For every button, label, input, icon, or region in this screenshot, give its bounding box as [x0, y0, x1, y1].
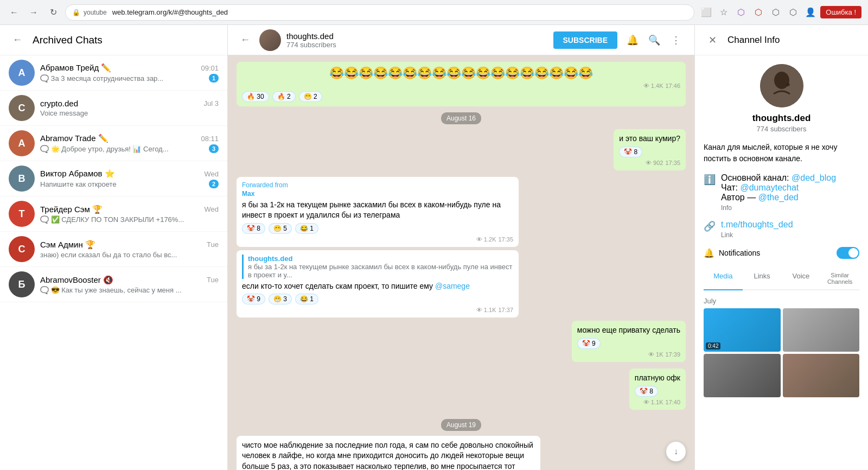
- quote-channel-name: thoughts.ded: [248, 255, 513, 263]
- chat-name-viktor-abramov: Виктор Абрамов ⭐: [40, 169, 115, 179]
- search-button[interactable]: 🔍: [644, 30, 664, 50]
- message-big: чисто мое наблюдение за последние пол го…: [237, 436, 540, 470]
- tab-similar[interactable]: Similar Channels: [820, 268, 859, 290]
- chat-label: Чат:: [721, 183, 738, 192]
- r-clown9b[interactable]: 🤡 9: [577, 338, 601, 349]
- chat-name-sem-admin: Сэм Админ 🏆: [40, 240, 95, 250]
- chat-info-viktor-abramov: Виктор Абрамов ⭐ Wed Напишите как открое…: [40, 169, 219, 188]
- msg-privatka-time: 17:39: [665, 351, 680, 358]
- chat-link[interactable]: @dumaytechat: [740, 183, 799, 192]
- chat-info-abramovbooster: AbramovBooster 🔇 Tue 🗨️ 😎 Как ты уже зна…: [40, 275, 219, 294]
- r-laugh1[interactable]: 😂 1: [295, 223, 318, 234]
- msg-samege-wrapper: thoughts.ded я бы за 1-2к на текущем рын…: [237, 250, 686, 318]
- reaction-clown8[interactable]: 🤡 8: [619, 147, 642, 157]
- message-samege: thoughts.ded я бы за 1-2к на текущем рын…: [237, 250, 519, 318]
- chat-avatar-sem-admin: С: [9, 236, 35, 262]
- chat-item-abramov-trade[interactable]: A Abramov Trade ✏️ 08:11 🗨️ 🌟 Доброе утр…: [0, 126, 227, 161]
- author-link[interactable]: @the_ded: [758, 193, 799, 202]
- error-button[interactable]: Ошибка !: [820, 6, 861, 18]
- archived-back-button[interactable]: ←: [9, 31, 26, 49]
- media-thumb-2[interactable]: [783, 308, 860, 352]
- msg-views: 👁 1.4K: [643, 82, 663, 89]
- archived-header: ← Archived Chats: [0, 25, 227, 55]
- chat-panel: ← thoughts.ded 774 subscribers SUBSCRIBE…: [228, 25, 694, 470]
- screen-capture-button[interactable]: ⬜: [699, 5, 714, 20]
- extension-2-button[interactable]: ⬡: [751, 5, 766, 20]
- chat-preview-row-abramov-trade: 🗨️ 🌟 Доброе утро, друзья! 📊 Сегод... 3: [40, 144, 219, 153]
- media-thumb-4[interactable]: [783, 354, 860, 397]
- back-nav-button[interactable]: ←: [7, 5, 22, 20]
- chat-item-viktor-abramov[interactable]: В Виктор Абрамов ⭐ Wed Напишите как откр…: [0, 161, 227, 196]
- chat-back-button[interactable]: ←: [237, 31, 254, 49]
- date-divider-aug16: August 16: [237, 113, 686, 123]
- r-laugh1b[interactable]: 😂 1: [295, 294, 318, 304]
- notif-left: 🔔 Notifications: [704, 248, 760, 258]
- main-channel-link[interactable]: @ded_blog: [792, 173, 836, 182]
- date-aug16: August 16: [441, 112, 481, 124]
- chat-item-abramov-trejd[interactable]: А Абрамов Трейд ✏️ 09:01 🗨️ За 3 месяца …: [0, 55, 227, 91]
- chat-info-abramov-trejd: Абрамов Трейд ✏️ 09:01 🗨️ За 3 месяца со…: [40, 63, 219, 82]
- msg-samege-time: 17:37: [498, 307, 513, 313]
- chat-preview-abramov-trejd: 🗨️ За 3 месяца сотрудничества зар...: [40, 74, 209, 82]
- tab-links[interactable]: Links: [743, 268, 782, 290]
- chat-preview-abramov-trade: 🗨️ 🌟 Доброе утро, друзья! 📊 Сегод...: [40, 145, 209, 153]
- link-icon: 🔗: [704, 220, 716, 232]
- r-grin3[interactable]: 😁 3: [269, 294, 292, 304]
- reload-button[interactable]: ↻: [46, 5, 61, 20]
- chat-name-row-abramov-trade: Abramov Trade ✏️ 08:11: [40, 134, 219, 143]
- profile-button[interactable]: 👤: [803, 5, 818, 20]
- svg-point-1: [774, 72, 789, 89]
- r-grin5[interactable]: 😁 5: [269, 223, 292, 234]
- chat-item-trejder-sem[interactable]: Т Трейдер Сэм 🏆 Wed 🗨️ ✅ СДЕЛКУ ПО TON З…: [0, 196, 227, 232]
- info-row-link: 🔗 t.me/thoughts_ded Link: [704, 220, 859, 239]
- chat-preview-sem-admin: знаю) если сказал бы да то стало бы вс..…: [40, 251, 219, 259]
- notifications-toggle[interactable]: [837, 247, 859, 259]
- media-grid: 0:42: [704, 308, 859, 397]
- chat-item-sem-admin[interactable]: С Сэм Админ 🏆 Tue знаю) если сказал бы д…: [0, 232, 227, 267]
- reaction-fire2[interactable]: 🔥 2: [272, 91, 296, 102]
- subscribe-button[interactable]: SUBSCRIBE: [553, 31, 617, 49]
- chat-name-crypto-ded: crypto.ded: [40, 99, 78, 108]
- bookmark-button[interactable]: ☆: [716, 5, 731, 20]
- r-clown8[interactable]: 🤡 8: [242, 223, 265, 234]
- month-label: July: [704, 297, 859, 305]
- link-label: Link: [721, 231, 733, 239]
- extension-4-button[interactable]: ⬡: [786, 5, 801, 20]
- reaction-fire30[interactable]: 🔥 30: [242, 91, 269, 102]
- archived-panel: ← Archived Chats А Абрамов Трейд ✏️ 09:0…: [0, 25, 228, 470]
- chat-info-trejder-sem: Трейдер Сэм 🏆 Wed 🗨️ ✅ СДЕЛКУ ПО TON ЗАК…: [40, 205, 219, 224]
- message-kumit: и это ваш кумир? 🤡 8 👁 902 17:35: [614, 129, 686, 170]
- msg-platnuyu-wrapper: платную офк 🤡 8 👁 1.1K 17:40: [237, 369, 686, 413]
- scroll-to-bottom-button[interactable]: ↓: [666, 442, 686, 461]
- more-button[interactable]: ⋮: [666, 30, 686, 50]
- message-privatka: можно еще приватку сделать 🤡 9 👁 1K 17:3…: [572, 321, 686, 362]
- chat-item-crypto-ded[interactable]: C crypto.ded Jul 3 Voice message: [0, 91, 227, 126]
- extension-1-button[interactable]: ⬡: [733, 5, 749, 20]
- reaction-grin2[interactable]: 😁 2: [299, 91, 322, 102]
- chat-time-abramovbooster: Tue: [207, 276, 219, 284]
- chat-item-abramovbooster[interactable]: Б AbramovBooster 🔇 Tue 🗨️ 😎 Как ты уже з…: [0, 267, 227, 302]
- forward-nav-button[interactable]: →: [26, 5, 41, 20]
- quote-text: я бы за 1-2к на текущем рынке заскамил б…: [248, 263, 513, 279]
- tab-media[interactable]: Media: [704, 268, 743, 290]
- chat-preview-row-viktor-abramov: Напишите как откроете 2: [40, 180, 219, 188]
- address-bar[interactable]: 🔒 youtube web.telegram.org/k/#@thoughts_…: [65, 4, 694, 21]
- r-clown8b[interactable]: 🤡 8: [635, 386, 658, 397]
- extension-3-button[interactable]: ⬡: [768, 5, 783, 20]
- channel-link[interactable]: t.me/thoughts_ded: [721, 220, 793, 229]
- msg-time: 17:46: [665, 82, 680, 89]
- msg-privatka-text: можно еще приватку сделать: [577, 325, 680, 336]
- media-thumb-3[interactable]: [704, 354, 781, 397]
- chat-time-abramov-trade: 08:11: [201, 135, 219, 143]
- r-clown9[interactable]: 🤡 9: [242, 294, 265, 304]
- close-info-button[interactable]: ✕: [704, 31, 721, 49]
- msg-privatka-views: 👁 1K: [648, 351, 663, 358]
- msg-big-wrapper: чисто мое наблюдение за последние пол го…: [237, 436, 686, 470]
- mute-button[interactable]: 🔔: [623, 30, 642, 50]
- chat-header: ← thoughts.ded 774 subscribers SUBSCRIBE…: [228, 25, 694, 55]
- chat-name-row-abramov-trejd: Абрамов Трейд ✏️ 09:01: [40, 63, 219, 73]
- app-container: ← Archived Chats А Абрамов Трейд ✏️ 09:0…: [0, 25, 868, 470]
- tab-voice[interactable]: Voice: [782, 268, 821, 290]
- chat-name-row-viktor-abramov: Виктор Абрамов ⭐ Wed: [40, 169, 219, 179]
- media-thumb-1[interactable]: 0:42: [704, 308, 781, 352]
